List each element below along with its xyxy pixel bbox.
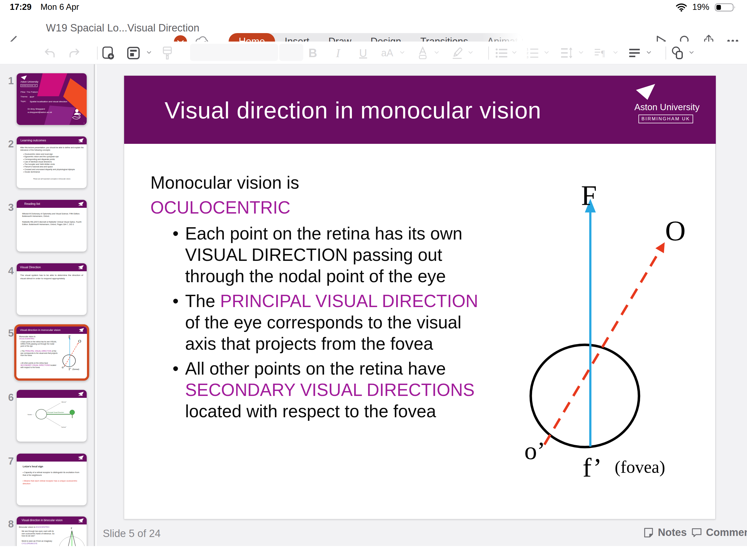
highlight-chevron-icon[interactable] — [468, 51, 473, 54]
font-name-field[interactable] — [190, 44, 278, 61]
slide-body-bullets[interactable]: Each point on the retina has its own VIS… — [173, 223, 492, 426]
slide-thumbnail-6[interactable]: “above” “below” Principal Visual Directi… — [17, 390, 87, 442]
slide-counter: Slide 5 of 24 — [103, 528, 160, 539]
date: Mon 6 Apr — [41, 2, 79, 12]
svg-text:Principal Visual Direction: Principal Visual Direction — [47, 411, 64, 413]
label-o-prime: o’ — [524, 437, 545, 464]
format-painter-button[interactable] — [160, 46, 175, 60]
text-direction-chevron-icon[interactable] — [613, 51, 618, 54]
thumb7-header — [17, 454, 87, 462]
slide-thumbnail-7[interactable]: Lotze’s local sign • Capacity of a retin… — [17, 453, 87, 506]
bullet-2: The PRINCIPAL VISUAL DIRECTION of the ey… — [173, 290, 492, 354]
font-size-increase-button[interactable]: aA — [380, 46, 394, 60]
new-slide-button[interactable] — [101, 46, 115, 60]
italic-button[interactable]: I — [331, 46, 345, 60]
slide-thumbnail-3[interactable]: Reading list Millodot M Dictionary of Op… — [17, 200, 87, 252]
slide-title-band[interactable]: Visual direction in monocular vision Ast… — [124, 76, 716, 144]
svg-text:2: 2 — [526, 51, 529, 55]
svg-text:o’: o’ — [62, 365, 65, 369]
thumb2-header: Learning outcomes — [17, 136, 87, 144]
aston-logo-icon — [21, 75, 27, 80]
svg-text:O: O — [78, 339, 81, 343]
thumb8-para1: We see through two eyes; each with its o… — [22, 530, 57, 537]
thumb2-bullets: • Oculocentric vision and local sign • E… — [23, 153, 85, 173]
thumb5-title: Visual direction in monocular vision — [20, 328, 60, 331]
slide-layout-button[interactable] — [126, 46, 140, 60]
font-color-chevron-icon[interactable] — [434, 51, 439, 54]
aston-logo-icon — [78, 518, 84, 523]
thumb8-header: Visual direction in binocular vision — [17, 516, 87, 525]
thumb1-topic-label: Topic: — [21, 100, 26, 103]
slide-intro-text[interactable]: Monocular vision is OCULOCENTRIC — [150, 170, 299, 220]
font-size-field[interactable] — [279, 44, 303, 61]
aston-logo: Aston University BIRMINGHAM UK — [634, 83, 697, 123]
thumb-number-3: 3 — [7, 202, 15, 213]
toolbar-divider — [488, 47, 489, 59]
shapes-button[interactable] — [670, 46, 685, 60]
thumb8-diagram: F — [58, 526, 85, 546]
slide-editor-surface[interactable]: Visual direction in monocular vision Ast… — [124, 75, 716, 519]
format-toolbar: B I U aA 1 2 3 — [0, 42, 747, 64]
slide-thumbnail-4[interactable]: Visual Direction The visual system has t… — [17, 263, 87, 315]
app-title-bar: W19 Spacial Lo...Visual Direction Home I… — [0, 13, 747, 42]
thumb-number-2: 2 — [7, 138, 15, 150]
line-spacing-button[interactable] — [560, 46, 574, 60]
bullet-list-chevron-icon[interactable] — [512, 51, 517, 54]
document-title[interactable]: W19 Spacial Lo...Visual Direction — [46, 22, 199, 34]
svg-text:F: F — [71, 527, 72, 530]
slide-thumbnail-1[interactable]: Aston University BIRMINGHAM UK Pillar: T… — [17, 73, 87, 125]
thumb6-diagram: “above” “below” Principal Visual Directi… — [19, 399, 84, 439]
thumb5-diagram: F O o’ f’ (fovea) — [61, 335, 84, 371]
clock: 17:29 — [10, 2, 31, 12]
aston-logo-icon — [78, 202, 84, 206]
svg-text:F: F — [69, 335, 71, 339]
numbered-list-button[interactable]: 1 2 3 — [525, 46, 540, 60]
layout-chevron-icon[interactable] — [147, 51, 152, 54]
shapes-chevron-icon[interactable] — [689, 51, 694, 54]
editor-canvas: Visual direction in monocular vision Ast… — [97, 64, 747, 546]
thumb3-ref2: Rabbetts RB (2007) Bennett & Rabbetts’ C… — [22, 221, 82, 226]
slide-thumbnail-2[interactable]: Learning outcomes After this lecture pre… — [17, 136, 87, 188]
svg-text:1: 1 — [526, 47, 529, 51]
font-color-button[interactable] — [416, 46, 430, 60]
notes-button[interactable]: Notes — [643, 527, 687, 538]
font-size-chevron-icon[interactable] — [400, 51, 405, 54]
comments-button[interactable]: Comments — [691, 527, 747, 538]
svg-text:3: 3 — [526, 55, 529, 59]
thumb2-intro: After this lecture presentation, you sho… — [20, 146, 84, 151]
thumb1-topic-value: Spatial localisation and visual directio… — [30, 100, 84, 103]
status-bar: 17:29 Mon 6 Apr 19% — [0, 0, 747, 13]
line-spacing-chevron-icon[interactable] — [578, 51, 584, 54]
aston-logo-name: Aston University — [21, 80, 38, 83]
thumb2-footer: These are all important concepts in bino… — [24, 178, 80, 180]
underline-button[interactable]: U — [356, 46, 370, 60]
highlight-button[interactable] — [450, 46, 464, 60]
thumb1-theme-value: BVP — [30, 96, 34, 98]
slide-thumbnail-8[interactable]: Visual direction in binocular vision Bin… — [17, 516, 87, 546]
align-button[interactable] — [628, 46, 642, 60]
redo-button[interactable] — [67, 46, 81, 60]
thumb1-theme-label: Theme: — [21, 96, 28, 98]
label-O: O — [665, 215, 686, 246]
eye-visual-direction-diagram[interactable]: F O o’ f’ (fovea) — [521, 174, 716, 486]
thumb5-bullet3: • All other points on the retina have SE… — [21, 362, 58, 368]
thumb4-body: The visual system has to be able to dete… — [20, 274, 83, 280]
align-chevron-icon[interactable] — [646, 51, 651, 54]
thumb6-header — [17, 390, 87, 398]
text-direction-button[interactable]: ¶ — [594, 46, 608, 60]
numbered-list-chevron-icon[interactable] — [544, 51, 549, 54]
thumb-number-7: 7 — [7, 456, 15, 467]
thumb3-title: Reading list — [24, 202, 40, 205]
aston-logo-name: Aston University — [634, 102, 697, 112]
battery-percent: 19% — [692, 2, 709, 12]
bold-button[interactable]: B — [306, 46, 320, 60]
svg-text:¶: ¶ — [601, 49, 605, 58]
aston-logo-icon — [634, 83, 657, 100]
slide-title[interactable]: Visual direction in monocular vision — [164, 97, 541, 124]
slide-thumbnail-5-selected[interactable]: Visual direction in monocular vision Mon… — [14, 324, 89, 381]
undo-button[interactable] — [43, 46, 57, 60]
thumb5-header: Visual direction in monocular vision — [17, 327, 87, 334]
thumb1-pillar: Pillar: The Patient — [21, 91, 38, 93]
svg-text:(fovea): (fovea) — [73, 368, 79, 371]
bullet-list-button[interactable] — [494, 46, 509, 60]
